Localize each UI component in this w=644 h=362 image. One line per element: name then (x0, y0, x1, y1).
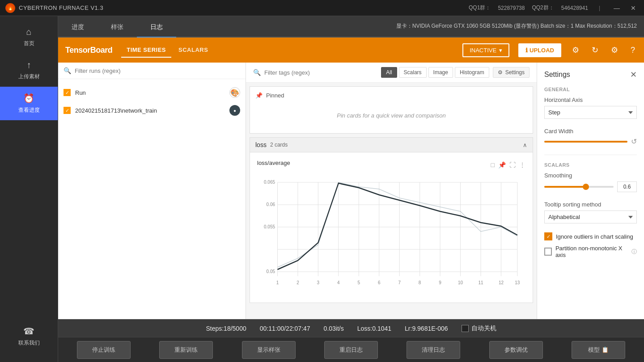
tb-header: TensorBoard TIME SERIES SCALARS INACTIVE… (58, 38, 644, 63)
partition-label: Partition non-monotonic X axis (555, 245, 628, 258)
status-time: 00:11:00/22:07:47 (260, 325, 310, 332)
tb-nav-scalars[interactable]: SCALARS (173, 43, 213, 58)
status-steps: Steps:18/5000 (206, 325, 246, 332)
dot-icon: ● (233, 108, 236, 113)
pinned-title: Pinned (266, 92, 284, 99)
divider-1 (544, 155, 637, 155)
card-width-track[interactable] (544, 141, 627, 143)
show-samples-button[interactable]: 显示样张 (242, 341, 296, 359)
tb-brand: TensorBoard (65, 46, 112, 55)
sidebar-item-contact[interactable]: ☎ 联系我们 (0, 320, 58, 353)
settings-general-group: GENERAL Horizontal Axis Step Relative Wa… (544, 87, 637, 119)
close-button[interactable]: ✕ (628, 4, 639, 13)
inactive-dropdown-icon: ▾ (499, 47, 502, 54)
chart-pin-button[interactable]: 📌 (498, 161, 506, 168)
filter-scalars-button[interactable]: Scalars (399, 67, 427, 78)
upload-button[interactable]: ℹ UPLOAD (518, 43, 561, 57)
filter-runs-row: 🔍 (58, 63, 246, 79)
clear-log-button[interactable]: 清理日志 (407, 341, 460, 359)
inactive-button[interactable]: INACTIVE ▾ (462, 43, 509, 57)
smoothing-fill (544, 186, 586, 188)
partition-checkbox[interactable] (544, 248, 552, 256)
theme-button[interactable]: ⚙ (570, 43, 581, 57)
settings-gear-button[interactable]: ⚙ (609, 43, 620, 57)
restart-log-button[interactable]: 重启日志 (324, 341, 378, 359)
chart-card: loss/average □ 📌 ⛶ ⋮ (250, 152, 533, 303)
smoothing-track[interactable] (544, 186, 614, 188)
tensorboard-container: TensorBoard TIME SERIES SCALARS INACTIVE… (58, 38, 644, 319)
sidebar-item-label-contact: 联系我们 (18, 339, 40, 347)
top-bar-left: 🔥 CYBERTRON FURNACE V1.3 (5, 3, 103, 13)
settings-title: Settings (544, 71, 570, 79)
svg-text:4: 4 (337, 280, 340, 286)
progress-icon: ⏰ (23, 93, 34, 104)
tb-left-panel: 🔍 ✓ Run 🎨 (58, 63, 246, 319)
run-item-train: ✓ 20240215181713\network_train ● (64, 101, 240, 119)
sidebar-item-label-progress: 查看进度 (18, 106, 40, 114)
auto-shutdown-checkbox[interactable] (462, 325, 469, 332)
filter-image-button[interactable]: Image (428, 67, 453, 78)
chart-image-button[interactable]: □ (491, 161, 495, 168)
logo-icon: 🔥 (8, 5, 13, 10)
status-bar: Steps:18/5000 00:11:00/22:07:47 0.03it/s… (58, 319, 644, 337)
settings-close-button[interactable]: ✕ (630, 70, 637, 80)
sidebar-bottom: ☎ 联系我们 (0, 320, 58, 362)
run-item-all: ✓ Run 🎨 (64, 84, 240, 101)
run-all-color[interactable]: 🎨 (229, 87, 240, 98)
loss-toggle-icon: ∧ (523, 142, 527, 148)
tab-progress[interactable]: 进度 (58, 18, 97, 38)
run-train-color[interactable]: ● (229, 105, 240, 116)
sidebar-item-label-upload: 上传素材 (18, 73, 40, 80)
svg-text:3: 3 (317, 280, 320, 286)
svg-text:6: 6 (378, 280, 381, 286)
tab-log[interactable]: 日志 (137, 18, 176, 38)
sidebar-item-progress[interactable]: ⏰ 查看进度 (0, 87, 58, 120)
minimize-button[interactable]: — (611, 4, 623, 13)
sidebar-item-upload[interactable]: ↑ 上传素材 (0, 54, 58, 87)
search-icon: 🔍 (64, 67, 71, 74)
model-button[interactable]: 模型 📋 (572, 341, 625, 359)
help-button[interactable]: ? (629, 44, 637, 57)
smoothing-thumb[interactable] (583, 184, 589, 190)
param-tuning-button[interactable]: 参数调优 (489, 341, 543, 359)
status-speed: 0.03it/s (324, 325, 344, 332)
refresh-button[interactable]: ↻ (590, 43, 600, 57)
gpu-info-text: 显卡：NVIDIA GeForce GTX 1060 5GB 5120Mib (… (396, 23, 637, 29)
settings-scalars-group: SCALARS Smoothing 0.6 (544, 162, 637, 192)
run-all-checkbox[interactable]: ✓ (64, 89, 71, 96)
tb-main: 🔍 All Scalars Image Histogram ⚙ Set (246, 63, 537, 319)
card-width-fill (544, 141, 627, 143)
chart-title: loss/average (257, 160, 290, 166)
content-area: 进度 样张 日志 显卡：NVIDIA GeForce GTX 1060 5GB … (58, 16, 644, 362)
ignore-outliers-row: ✓ Ignore outliers in chart scaling (544, 232, 637, 240)
smoothing-value-input[interactable]: 0.6 (617, 181, 637, 192)
tab-samples[interactable]: 样张 (97, 18, 137, 38)
card-width-reset-button[interactable]: ↺ (631, 137, 637, 146)
svg-text:0.06: 0.06 (267, 202, 275, 207)
tooltip-select[interactable]: Alphabetical Ascending Descending Defaul… (544, 210, 637, 223)
loss-header[interactable]: loss 2 cards ∧ (250, 137, 533, 152)
chart-more-button[interactable]: ⋮ (519, 161, 525, 168)
tb-nav-timeseries[interactable]: TIME SERIES (121, 43, 171, 58)
sidebar-item-home[interactable]: ⌂ 首页 (0, 21, 58, 54)
filter-tags-input[interactable] (264, 69, 339, 76)
runs-section: ✓ Run 🎨 ✓ 20240215181713\network_train (58, 79, 246, 124)
chart-container: loss/average □ 📌 ⛶ ⋮ (257, 160, 525, 295)
window-controls: — ✕ (611, 4, 639, 13)
filter-runs-input[interactable] (75, 67, 240, 74)
chart-expand-button[interactable]: ⛶ (509, 161, 516, 168)
horizontal-axis-select[interactable]: Step Relative Wall (544, 106, 637, 119)
ignore-outliers-checkbox[interactable]: ✓ (544, 232, 552, 240)
run-train-checkbox[interactable]: ✓ (64, 107, 71, 114)
card-width-slider: ↺ (544, 137, 637, 146)
svg-text:5: 5 (357, 280, 360, 286)
filter-histogram-button[interactable]: Histogram (455, 67, 489, 78)
stop-training-button[interactable]: 停止训练 (77, 341, 131, 359)
smoothing-row: 0.6 (544, 181, 637, 192)
home-icon: ⌂ (26, 27, 31, 37)
inactive-label: INACTIVE (470, 47, 496, 54)
settings-button[interactable]: ⚙ Settings (493, 67, 530, 78)
filter-all-button[interactable]: All (381, 67, 397, 78)
upload-label: UPLOAD (530, 47, 554, 54)
retrain-button[interactable]: 重新训练 (159, 341, 213, 359)
